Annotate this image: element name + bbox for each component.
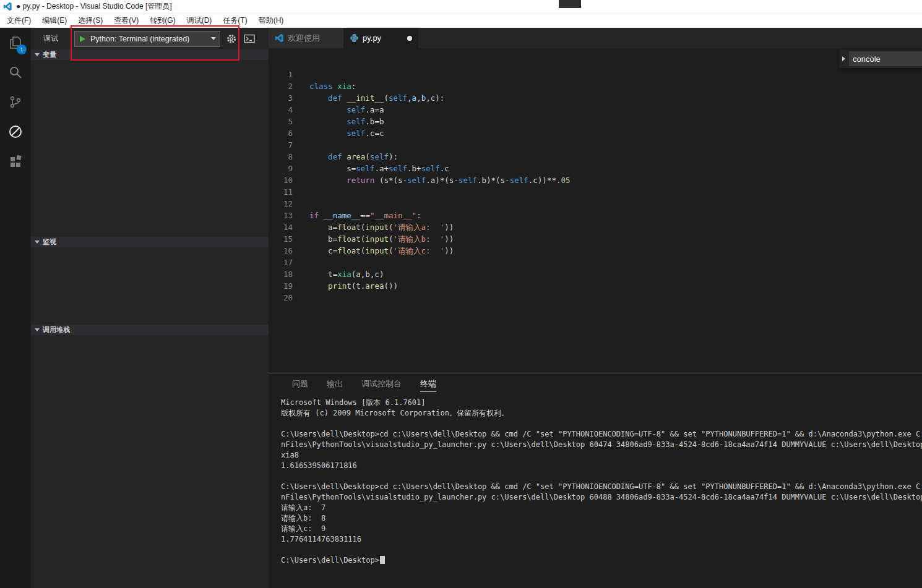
- activitybar-explorer[interactable]: 1: [0, 28, 31, 58]
- terminal-line: Microsoft Windows [版本 6.1.7601]: [281, 398, 922, 408]
- debug-icon: [7, 124, 24, 140]
- code-line[interactable]: 18 t=xia(a,b,c): [269, 268, 922, 280]
- callstack-panel[interactable]: [31, 335, 269, 588]
- activity-bar: 1: [0, 28, 31, 588]
- terminal-line: 请输入a: 7: [281, 503, 922, 513]
- code-line[interactable]: 3 def __init__(self,a,b,c):: [269, 92, 922, 104]
- code-line-content: [293, 257, 309, 268]
- line-number: 20: [269, 292, 293, 304]
- terminal-line: xia8: [281, 450, 922, 461]
- line-number: 4: [269, 104, 293, 116]
- activitybar-search[interactable]: [0, 58, 31, 87]
- tab-welcome[interactable]: 欢迎使用: [269, 28, 343, 48]
- section-header-watch[interactable]: 监视: [31, 237, 269, 247]
- code-area: 12class xia:3 def __init__(self,a,b,c):4…: [269, 69, 922, 304]
- line-number: 13: [269, 210, 293, 221]
- panel-tab-terminal[interactable]: 终端: [420, 378, 436, 392]
- code-line[interactable]: 1: [269, 69, 922, 80]
- start-debugging-icon[interactable]: [80, 36, 85, 42]
- line-number: 7: [269, 139, 293, 151]
- line-number: 3: [269, 92, 293, 104]
- line-number: 2: [269, 80, 293, 92]
- code-line[interactable]: 4 self.a=a: [269, 104, 922, 116]
- code-line[interactable]: 2class xia:: [269, 80, 922, 92]
- line-number: 14: [269, 221, 293, 233]
- section-header-callstack[interactable]: 调用堆栈: [31, 325, 269, 335]
- terminal-cursor: [380, 556, 385, 564]
- panel-tab-problems[interactable]: 问题: [292, 378, 308, 392]
- code-line[interactable]: 12: [269, 198, 922, 210]
- debug-sidebar: 调试 Python: Terminal (integrated): [31, 28, 269, 588]
- panel-tab-debug-console[interactable]: 调试控制台: [361, 378, 402, 392]
- code-line-content: [293, 186, 309, 198]
- section-label: 监视: [43, 237, 56, 247]
- terminal-line: 1.616539506171816: [281, 461, 922, 471]
- menu-item[interactable]: 任务(T): [217, 14, 252, 28]
- panel-tab-bar: 问题 输出 调试控制台 终端: [269, 374, 922, 396]
- twistie-icon: [35, 241, 40, 244]
- gear-icon: [226, 33, 237, 45]
- menu-item[interactable]: 选择(S): [72, 14, 108, 28]
- terminal-line: [281, 471, 922, 482]
- code-line[interactable]: 19 print(t.area()): [269, 280, 922, 292]
- unsaved-dot-icon[interactable]: [407, 36, 412, 41]
- activitybar-debug[interactable]: [0, 117, 31, 147]
- section-header-variables[interactable]: 变量: [31, 49, 269, 60]
- menu-item[interactable]: 转到(G): [144, 14, 181, 28]
- menu-item[interactable]: 调试(D): [181, 14, 218, 28]
- titlebar-artifact: [559, 0, 581, 8]
- code-line-content: self.b=b: [293, 116, 384, 127]
- console-popup-input[interactable]: concole: [849, 51, 922, 66]
- menu-item[interactable]: 帮助(H): [253, 14, 290, 28]
- code-line[interactable]: 5 self.b=b: [269, 116, 922, 127]
- line-number: 17: [269, 257, 293, 268]
- menu-item[interactable]: 编辑(E): [37, 14, 72, 28]
- terminal-output[interactable]: Microsoft Windows [版本 6.1.7601]版权所有 (c) …: [269, 396, 922, 588]
- python-file-icon: [350, 33, 359, 43]
- console-icon: [244, 34, 255, 43]
- code-editor[interactable]: 12class xia:3 def __init__(self,a,b,c):4…: [269, 48, 922, 373]
- code-line[interactable]: 14 a=float(input('请输入a: ')): [269, 221, 922, 233]
- tab-pypy[interactable]: py.py: [343, 28, 418, 48]
- code-line[interactable]: 6 self.c=c: [269, 127, 922, 139]
- open-debug-console-button[interactable]: [244, 34, 255, 43]
- activitybar-source-control[interactable]: [0, 87, 31, 117]
- terminal-line: 版权所有 (c) 2009 Microsoft Corporation。保留所有…: [281, 408, 922, 419]
- code-line[interactable]: 20: [269, 292, 922, 304]
- panel-tab-output[interactable]: 输出: [327, 378, 343, 392]
- menu-item[interactable]: 查看(V): [108, 14, 144, 28]
- code-line-content: if __name__=="__main__":: [293, 210, 421, 221]
- activitybar-extensions[interactable]: [0, 147, 31, 176]
- code-line[interactable]: 16 c=float(input('请输入c: ')): [269, 245, 922, 257]
- terminal-line: 请输入b: 8: [281, 513, 922, 524]
- line-number: 10: [269, 174, 293, 186]
- window-title: ● py.py - Desktop - Visual Studio Code […: [16, 1, 172, 12]
- line-number: 18: [269, 268, 293, 280]
- code-line[interactable]: 7: [269, 139, 922, 151]
- code-line[interactable]: 13if __name__=="__main__":: [269, 210, 922, 221]
- console-popup[interactable]: concole: [839, 49, 922, 68]
- code-line[interactable]: 10 return (s*(s-self.a)*(s-self.b)*(s-se…: [269, 174, 922, 186]
- twistie-icon: [35, 328, 40, 331]
- configure-launch-button[interactable]: [226, 33, 237, 45]
- line-number: 1: [269, 69, 293, 80]
- code-line-content: def __init__(self,a,b,c):: [293, 92, 444, 104]
- line-number: 12: [269, 198, 293, 210]
- line-number: 6: [269, 127, 293, 139]
- code-line[interactable]: 8 def area(self):: [269, 151, 922, 163]
- watch-panel[interactable]: [31, 247, 269, 325]
- variables-panel[interactable]: [31, 60, 269, 237]
- code-line[interactable]: 15 b=float(input('请输入b: ')): [269, 233, 922, 245]
- terminal-line: [281, 419, 922, 429]
- menu-item[interactable]: 文件(F): [1, 14, 37, 28]
- debug-config-dropdown[interactable]: Python: Terminal (integrated): [74, 31, 220, 47]
- code-line-content: self.a=a: [293, 104, 384, 116]
- terminal-line: nFiles\PythonTools\visualstudio_py_launc…: [281, 492, 922, 503]
- code-line[interactable]: 11: [269, 186, 922, 198]
- code-line[interactable]: 17: [269, 257, 922, 268]
- terminal-line: C:\Users\dell\Desktop>cd c:\Users\dell\D…: [281, 429, 922, 440]
- line-number: 5: [269, 116, 293, 127]
- terminal-line: C:\Users\dell\Desktop>: [281, 555, 922, 566]
- twistie-icon: [35, 53, 40, 56]
- code-line[interactable]: 9 s=self.a+self.b+self.c: [269, 163, 922, 174]
